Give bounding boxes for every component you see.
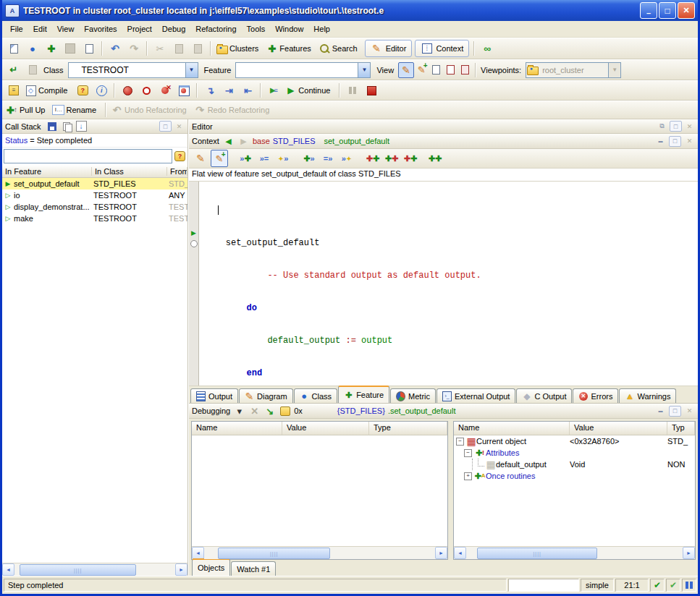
descendant-versions-button[interactable] [426, 150, 444, 167]
scroll-left-button[interactable] [192, 547, 204, 559]
search-button[interactable]: Search [317, 41, 363, 56]
stop-button[interactable] [362, 82, 381, 98]
tab-external-output[interactable]: External Output [437, 388, 515, 403]
ancestors-button[interactable] [364, 150, 381, 167]
basic-text-view-button[interactable] [398, 62, 414, 78]
callers-button[interactable] [237, 150, 254, 167]
tab-metric[interactable]: Metric [390, 388, 436, 403]
context-forward-button[interactable] [237, 135, 250, 148]
editor-maximize-button[interactable] [670, 121, 682, 132]
grab-widget-button[interactable] [263, 405, 276, 417]
context-back-button[interactable] [222, 135, 235, 148]
disable-breakpoints-button[interactable] [137, 82, 156, 98]
tree-row-default-output[interactable]: default_output Void NON [454, 459, 695, 470]
step-next-button[interactable] [201, 82, 219, 98]
menu-tools[interactable]: Tools [242, 22, 271, 35]
descendants-button[interactable] [402, 150, 419, 167]
objects-column-name[interactable]: Name [454, 422, 570, 435]
editable-flat-view-button[interactable] [211, 150, 228, 167]
continue-button[interactable]: Continue [283, 82, 336, 98]
editor-close-button[interactable] [684, 122, 695, 131]
editor-tool-button[interactable]: Editor [365, 40, 413, 57]
pull-up-button[interactable]: Pull Up [4, 102, 51, 118]
feature-combobox-arrow-icon[interactable] [358, 63, 370, 77]
editor-restore-button[interactable] [657, 122, 667, 131]
stack-filter-input[interactable] [4, 149, 172, 163]
tab-errors[interactable]: Errors [573, 388, 618, 403]
ancestor-versions-button[interactable] [383, 150, 400, 167]
context-maximize-button[interactable] [669, 136, 681, 147]
clickable-view-button[interactable] [414, 63, 429, 77]
tab-class[interactable]: Class [294, 388, 338, 403]
pause-button[interactable] [343, 82, 362, 98]
save-stack-button[interactable] [46, 120, 59, 132]
copy-button[interactable] [169, 41, 188, 56]
tab-watch-1[interactable]: Watch #1 [231, 561, 276, 576]
context-close-button[interactable] [684, 137, 695, 146]
call-stack-maximize-button[interactable] [159, 121, 172, 132]
menu-refactoring[interactable]: Refactoring [190, 22, 241, 35]
undo-button[interactable] [106, 41, 125, 56]
scroll-right-button[interactable] [683, 547, 695, 559]
show-breakpoints-button[interactable] [174, 82, 193, 98]
scroll-thumb[interactable] [20, 564, 137, 576]
compile-mode-button[interactable] [73, 82, 92, 98]
call-stack-close-button[interactable] [174, 122, 185, 131]
class-history-button[interactable] [23, 62, 42, 78]
features-button[interactable]: Features [264, 41, 316, 56]
remove-breakpoints-button[interactable] [156, 82, 174, 98]
rename-button[interactable]: Rename [51, 102, 102, 118]
tab-c-output[interactable]: C Output [516, 388, 572, 403]
contract-view-button[interactable] [443, 63, 457, 77]
tab-feature[interactable]: Feature [338, 386, 389, 403]
interface-view-button[interactable] [457, 63, 472, 77]
compile-status-button[interactable] [650, 579, 665, 592]
scroll-right-button[interactable] [175, 563, 187, 576]
column-in-feature[interactable]: In Feature [2, 167, 92, 176]
code-area[interactable]: set_output_default -- Use standard outpu… [189, 182, 698, 386]
scroll-thumb[interactable] [477, 548, 597, 559]
enable-breakpoints-button[interactable] [118, 82, 137, 98]
edit-feature-button[interactable] [192, 150, 209, 167]
object-comment-button[interactable] [279, 405, 291, 417]
objects-hscrollbar[interactable] [454, 546, 695, 559]
call-stack-row[interactable]: display_demonstrat... TESTROOT TEST [2, 201, 187, 213]
column-from[interactable]: From [167, 167, 187, 176]
tab-output[interactable]: Output [190, 388, 238, 403]
breadcrumb-feature[interactable]: set_output_default [324, 137, 389, 145]
objects-column-type[interactable]: Typ [667, 422, 695, 435]
tree-row-once-routines[interactable]: +Once routines [454, 470, 695, 482]
expand-toggle-icon[interactable]: + [464, 472, 472, 480]
paste-button[interactable] [188, 41, 207, 56]
menu-debug[interactable]: Debug [157, 22, 190, 35]
creators-button[interactable] [274, 150, 292, 167]
watch-column-value[interactable]: Value [282, 422, 369, 435]
context-minimize-button[interactable] [655, 137, 666, 146]
call-stack-row[interactable]: io TESTROOT ANY [2, 190, 187, 201]
run-ignore-breakpoints-button[interactable] [264, 82, 283, 98]
watch-hscrollbar[interactable] [192, 546, 447, 559]
tab-objects[interactable]: Objects [192, 558, 230, 576]
debugging-maximize-button[interactable] [669, 406, 681, 417]
menu-favorites[interactable]: Favorites [79, 22, 122, 35]
class-combobox[interactable]: TESTROOT [68, 62, 198, 78]
debugging-close-tool-button[interactable] [248, 405, 261, 417]
breakpoint-margin[interactable] [189, 182, 199, 386]
assigners-button[interactable] [256, 150, 273, 167]
maximize-button[interactable] [659, 2, 676, 19]
assignees-button[interactable] [319, 150, 337, 167]
tree-row-current-object[interactable]: −Current object <0x32A8760> STD_ [454, 435, 695, 447]
call-stack-row[interactable]: make TESTROOT TEST [2, 213, 187, 224]
save-button[interactable] [61, 41, 80, 56]
minimize-button[interactable] [640, 2, 657, 19]
callees-button[interactable] [300, 150, 318, 167]
scroll-thumb[interactable] [218, 548, 330, 559]
column-in-class[interactable]: In Class [92, 167, 167, 176]
watch-column-name[interactable]: Name [192, 422, 282, 435]
code-text[interactable]: set_output_default -- Use standard outpu… [199, 182, 698, 386]
scroll-left-button[interactable] [454, 547, 466, 559]
redo-refactoring-button[interactable]: Redo Refactoring [193, 102, 276, 118]
save-all-button[interactable] [80, 41, 98, 56]
collapse-toggle-icon[interactable]: − [464, 449, 472, 457]
menu-project[interactable]: Project [122, 22, 157, 35]
